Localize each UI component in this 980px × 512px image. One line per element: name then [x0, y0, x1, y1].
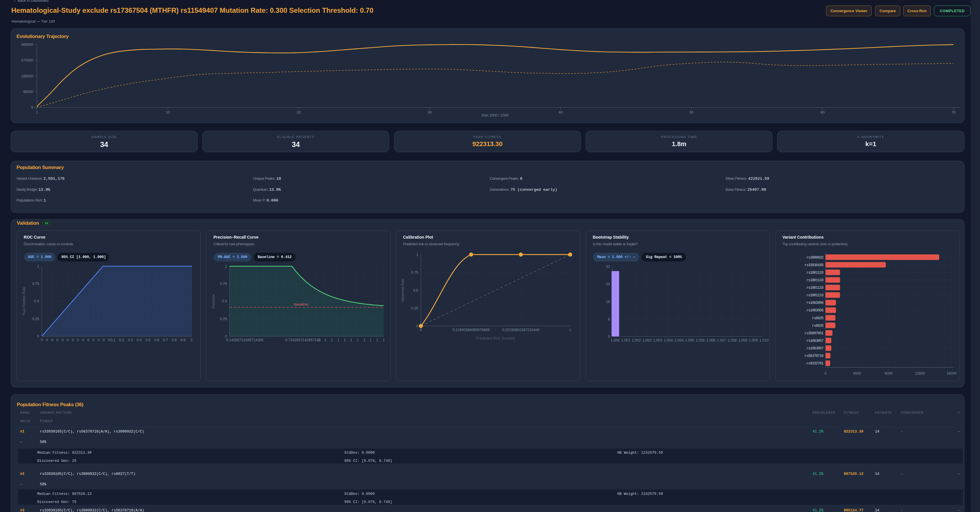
svg-text:9000: 9000: [885, 372, 893, 375]
svg-text:0: 0: [82, 338, 84, 342]
svg-text:1: 1: [376, 338, 379, 342]
svg-text:rs6025: rs6025: [812, 316, 824, 321]
svg-text:1.008: 1.008: [738, 338, 747, 342]
svg-text:rs1063857: rs1063857: [807, 339, 824, 343]
svg-text:4500: 4500: [853, 372, 861, 375]
svg-text:rs1801133: rs1801133: [807, 286, 824, 290]
svg-text:90000: 90000: [23, 90, 33, 94]
svg-text:0.25: 0.25: [411, 306, 418, 310]
svg-text:1.008: 1.008: [728, 338, 737, 342]
svg-text:rs9332701: rs9332701: [807, 362, 824, 365]
svg-text:0.5: 0.5: [34, 299, 39, 303]
svg-text:1: 1: [370, 338, 372, 342]
svg-text:0: 0: [92, 338, 94, 342]
svg-text:1: 1: [225, 265, 227, 268]
svg-text:1: 1: [191, 338, 193, 342]
svg-text:0.8: 0.8: [172, 338, 177, 342]
svg-text:0: 0: [103, 338, 105, 342]
svg-text:0: 0: [31, 105, 33, 110]
svg-text:30: 30: [428, 110, 432, 115]
svg-text:1: 1: [318, 338, 320, 342]
svg-text:0.5: 0.5: [222, 299, 227, 303]
svg-text:rs1801133: rs1801133: [807, 293, 824, 297]
svg-text:1: 1: [325, 338, 326, 342]
svg-text:1: 1: [569, 328, 571, 332]
svg-text:1.007: 1.007: [717, 338, 726, 342]
svg-text:270000: 270000: [21, 58, 33, 62]
svg-text:40: 40: [558, 110, 562, 115]
svg-text:0: 0: [225, 334, 227, 338]
svg-text:1.003: 1.003: [653, 338, 662, 342]
svg-text:0.5: 0.5: [145, 338, 150, 342]
svg-text:1: 1: [36, 110, 38, 115]
svg-text:baseline: baseline: [294, 302, 308, 306]
svg-text:0: 0: [37, 334, 39, 338]
svg-text:1: 1: [350, 338, 352, 342]
svg-text:16: 16: [606, 300, 610, 304]
svg-text:rs1801133: rs1801133: [807, 271, 824, 275]
svg-text:60: 60: [820, 110, 824, 115]
svg-text:rs1063857: rs1063857: [807, 346, 824, 351]
svg-text:0: 0: [72, 338, 74, 342]
svg-text:1: 1: [337, 338, 340, 342]
svg-text:0.9: 0.9: [180, 338, 185, 342]
svg-text:0.75: 0.75: [411, 271, 418, 274]
svg-text:1.006: 1.006: [695, 338, 705, 342]
svg-text:1.002: 1.002: [643, 338, 651, 342]
svg-text:0.7142857142857143: 0.7142857142857143: [285, 338, 321, 342]
svg-text:1: 1: [344, 338, 346, 342]
svg-text:10: 10: [166, 110, 170, 115]
svg-text:0: 0: [41, 338, 43, 342]
svg-text:13500: 13500: [915, 372, 925, 375]
svg-text:1.006: 1.006: [706, 338, 715, 342]
svg-text:Predicted Risk (bucket): Predicted Risk (bucket): [476, 336, 515, 340]
svg-text:0: 0: [46, 338, 48, 342]
svg-text:0.75: 0.75: [32, 282, 39, 286]
svg-text:0.1: 0.1: [110, 338, 115, 342]
svg-text:Precision: Precision: [212, 294, 216, 308]
svg-text:0.25: 0.25: [32, 317, 39, 321]
svg-text:rs35897051: rs35897051: [804, 332, 824, 335]
svg-text:0.5: 0.5: [413, 289, 418, 292]
svg-text:0.2: 0.2: [119, 338, 124, 342]
svg-text:180000: 180000: [21, 74, 33, 78]
svg-text:1.010: 1.010: [759, 338, 768, 342]
svg-text:50: 50: [689, 110, 694, 115]
svg-text:rs6025: rs6025: [812, 324, 824, 328]
svg-text:rs56378716: rs56378716: [804, 354, 824, 358]
svg-text:Gen 1000 / 1000: Gen 1000 / 1000: [482, 113, 509, 117]
svg-text:True Positive Rate: True Positive Rate: [22, 287, 26, 316]
svg-text:rs1801133: rs1801133: [807, 278, 824, 282]
svg-text:1.004: 1.004: [663, 338, 673, 342]
svg-text:Observed Rate: Observed Rate: [401, 278, 405, 302]
svg-text:1: 1: [37, 265, 39, 268]
svg-text:0: 0: [61, 338, 64, 342]
svg-text:0.6: 0.6: [154, 338, 159, 342]
svg-text:0: 0: [98, 338, 100, 342]
svg-text:rs1063856: rs1063856: [807, 308, 824, 313]
svg-text:1: 1: [357, 338, 359, 342]
svg-text:0: 0: [56, 338, 58, 342]
svg-text:0.7: 0.7: [163, 338, 168, 342]
svg-text:1.000: 1.000: [611, 338, 619, 342]
svg-text:0.4: 0.4: [137, 338, 142, 342]
svg-text:0.75: 0.75: [220, 282, 227, 286]
svg-text:1.001: 1.001: [621, 338, 630, 342]
svg-text:24: 24: [606, 282, 610, 286]
svg-text:1: 1: [363, 338, 365, 342]
svg-text:0: 0: [108, 338, 110, 342]
svg-text:0.3: 0.3: [128, 338, 133, 342]
svg-text:0: 0: [825, 372, 827, 375]
svg-text:1.002: 1.002: [632, 338, 641, 342]
svg-text:0.20193802387232448: 0.20193802387232448: [502, 328, 539, 332]
svg-text:1: 1: [383, 338, 385, 342]
svg-text:0.25: 0.25: [220, 317, 227, 321]
svg-text:0.11500384085575689: 0.11500384085575689: [453, 328, 490, 332]
svg-text:20: 20: [297, 110, 301, 115]
svg-text:rs3800932: rs3800932: [807, 256, 824, 260]
svg-text:0: 0: [420, 328, 422, 332]
svg-text:360000: 360000: [21, 43, 33, 47]
svg-text:1: 1: [331, 338, 333, 342]
svg-text:1: 1: [416, 253, 418, 257]
svg-text:0: 0: [67, 338, 69, 342]
